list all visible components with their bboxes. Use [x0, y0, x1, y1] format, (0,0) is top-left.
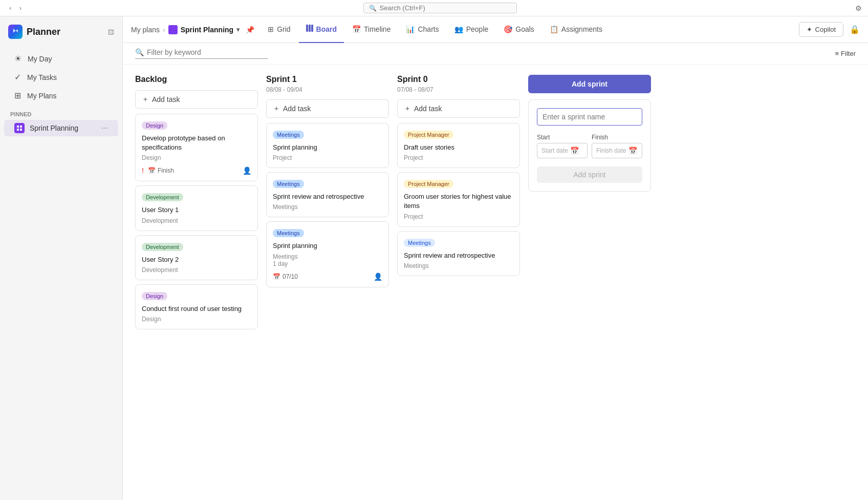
nav-tabs: ⊞ Grid Board 📅 Timeline	[261, 16, 610, 43]
app-layout: Planner ⊡ ☀ My Day ✓ My Tasks ⊞ My Plans…	[0, 16, 868, 500]
card-s0c2[interactable]: Project Manager Groom user stories for h…	[397, 172, 520, 226]
sprint-start-input[interactable]: Start date 📅	[537, 143, 588, 158]
sidebar-item-sprint-planning[interactable]: Sprint Planning ···	[4, 120, 118, 136]
card-s0c1[interactable]: Project Manager Draft user stories Proje…	[397, 123, 520, 168]
calendar-finish-icon: 📅	[628, 147, 637, 155]
copilot-button[interactable]: ✦ Copilot	[799, 22, 843, 37]
add-sprint-panel: Add sprint Start Start date 📅 Finish	[528, 75, 651, 192]
add-task-icon: ＋	[273, 104, 280, 113]
copilot-icon: ✦	[807, 26, 812, 33]
pin-icon[interactable]: 📌	[246, 26, 254, 34]
tab-grid[interactable]: ⊞ Grid	[261, 16, 297, 43]
search-box[interactable]: 🔍	[363, 3, 517, 13]
card-s1c2-badge: Meetings	[273, 180, 304, 188]
card-s0c3[interactable]: Meetings Sprint review and retrospective…	[397, 231, 520, 276]
add-task-label: Add task	[414, 105, 442, 113]
add-sprint-button[interactable]: Add sprint	[528, 75, 651, 93]
calendar-item: 📅 07/10	[273, 273, 298, 280]
breadcrumb: My plans › Sprint Planning ▾	[131, 25, 240, 34]
add-task-backlog[interactable]: ＋ Add task	[135, 90, 258, 109]
charts-icon: 📊	[406, 25, 415, 33]
card-bc2[interactable]: Development User Story 1 Development	[135, 185, 258, 231]
card-s1c2-title: Sprint review and retrospective	[273, 192, 382, 201]
sidebar-toggle-icon[interactable]: ⊡	[108, 28, 114, 36]
add-sprint-submit-button[interactable]: Add sprint	[537, 166, 642, 183]
tab-goals[interactable]: 🎯 Goals	[496, 16, 541, 43]
tab-charts[interactable]: 📊 Charts	[399, 16, 446, 43]
card-bc4[interactable]: Design Conduct first round of user testi…	[135, 284, 258, 329]
sidebar-item-my-day[interactable]: ☀ My Day	[4, 50, 118, 68]
goals-icon: 🎯	[504, 25, 512, 33]
sprint-start-group: Start Start date 📅	[537, 134, 588, 158]
filter-button[interactable]: ≡ Filter	[835, 50, 856, 57]
card-s0c2-sub: Project	[404, 213, 513, 220]
add-task-sprint0[interactable]: ＋ Add task	[397, 99, 520, 118]
plans-icon: ⊞	[14, 91, 21, 100]
person-icon[interactable]: 👤	[374, 273, 382, 281]
sidebar-item-my-tasks[interactable]: ✓ My Tasks	[4, 68, 118, 86]
card-bc1[interactable]: Design Develop prototype based on specif…	[135, 114, 258, 181]
search-icon: 🔍	[369, 5, 377, 12]
lock-icon[interactable]: 🔒	[850, 25, 860, 34]
breadcrumb-my-plans[interactable]: My plans	[131, 26, 160, 34]
pinned-section-label: Pinned	[0, 107, 122, 119]
card-bc3-title: User Story 2	[142, 255, 251, 264]
filter-input-wrap[interactable]: 🔍	[135, 48, 268, 59]
column-sprint1-title: Sprint 1	[266, 75, 389, 84]
settings-icon[interactable]: ⚙	[855, 4, 868, 12]
breadcrumb-plan-name: Sprint Planning	[181, 26, 233, 34]
tasks-icon: ✓	[14, 72, 21, 82]
card-s0c1-title: Draft user stories	[404, 143, 513, 152]
sidebar-item-label: My Tasks	[27, 73, 57, 81]
svg-rect-5	[309, 25, 311, 32]
card-s1c2[interactable]: Meetings Sprint review and retrospective…	[266, 172, 389, 217]
column-sprint0-title: Sprint 0	[397, 75, 520, 84]
board-area: Backlog ＋ Add task Design Develop protot…	[123, 65, 868, 500]
add-task-sprint1[interactable]: ＋ Add task	[266, 99, 389, 118]
card-bc2-sub: Development	[142, 217, 251, 224]
sprint-dates: Start Start date 📅 Finish Finish date 📅	[537, 134, 642, 158]
calendar-item: 📅 Finish	[148, 167, 174, 174]
card-s1c3-sub2: 1 day	[273, 260, 382, 267]
forward-arrow[interactable]: ›	[16, 4, 25, 13]
card-s1c1-title: Sprint planning	[273, 143, 382, 152]
filter-input[interactable]	[147, 48, 268, 56]
search-input[interactable]	[380, 4, 511, 12]
person-icon[interactable]: 👤	[243, 166, 251, 175]
sprint-finish-group: Finish Finish date 📅	[592, 134, 642, 158]
tab-board[interactable]: Board	[299, 16, 344, 43]
sidebar-item-my-plans[interactable]: ⊞ My Plans	[4, 87, 118, 105]
column-backlog-title: Backlog	[135, 75, 258, 84]
card-s1c3[interactable]: Meetings Sprint planning Meetings 1 day …	[266, 221, 389, 287]
add-task-label: Add task	[152, 95, 180, 103]
sprint-name-input[interactable]	[537, 108, 642, 126]
chevron-down-icon[interactable]: ▾	[236, 26, 240, 33]
card-bc3-sub: Development	[142, 266, 251, 274]
sprint-finish-input[interactable]: Finish date 📅	[592, 143, 642, 158]
add-task-label: Add task	[283, 105, 311, 113]
sidebar-item-label: My Plans	[27, 92, 57, 100]
card-bc1-sub: Design	[142, 154, 251, 161]
finish-label: Finish	[158, 167, 174, 174]
back-arrow[interactable]: ‹	[6, 4, 14, 13]
pinned-item-label: Sprint Planning	[30, 124, 78, 132]
card-s1c1[interactable]: Meetings Sprint planning Project	[266, 123, 389, 168]
tab-timeline[interactable]: 📅 Timeline	[345, 16, 398, 43]
calendar-icon: 📅	[148, 167, 156, 174]
more-options-icon[interactable]: ···	[101, 123, 108, 133]
column-backlog: Backlog ＋ Add task Design Develop protot…	[135, 75, 258, 334]
tab-people[interactable]: 👥 People	[447, 16, 496, 43]
card-bc3[interactable]: Development User Story 2 Development	[135, 235, 258, 280]
planner-logo	[8, 25, 23, 39]
sprint-planning-icon	[14, 123, 25, 133]
column-sprint1-dates: 08/08 - 09/04	[266, 86, 389, 93]
tab-assignments[interactable]: 📋 Assignments	[542, 16, 610, 43]
card-s0c2-badge: Project Manager	[404, 180, 453, 188]
sidebar-nav: ☀ My Day ✓ My Tasks ⊞ My Plans	[0, 47, 122, 107]
card-s1c3-actions: 👤	[374, 273, 382, 281]
card-bc1-badge: Design	[142, 121, 167, 130]
card-s1c3-sub: Meetings	[273, 253, 382, 260]
finish-date-placeholder: Finish date	[596, 147, 626, 154]
card-s1c1-sub: Project	[273, 154, 382, 161]
breadcrumb-current: Sprint Planning ▾	[168, 25, 240, 34]
